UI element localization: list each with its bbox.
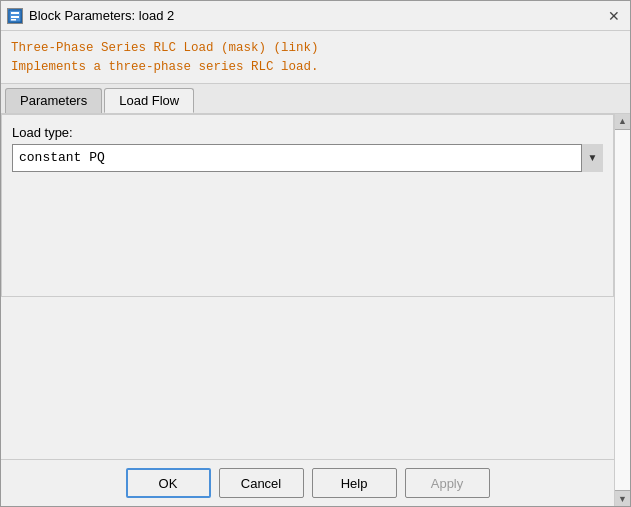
- main-content: Load type: constant PQ constant Z consta…: [1, 114, 614, 507]
- scrollbar-up-button[interactable]: ▲: [615, 114, 630, 130]
- load-type-label: Load type:: [12, 125, 603, 140]
- scrollbar-track: [615, 130, 630, 491]
- svg-rect-1: [11, 12, 19, 14]
- description-line2: Implements a three-phase series RLC load…: [11, 58, 620, 77]
- ok-button[interactable]: OK: [126, 468, 211, 498]
- close-button[interactable]: ✕: [604, 6, 624, 26]
- svg-rect-2: [11, 16, 19, 18]
- dialog-window: Block Parameters: load 2 ✕ Three-Phase S…: [0, 0, 631, 507]
- window-icon: [7, 8, 23, 24]
- main-content-wrapper: Load type: constant PQ constant Z consta…: [1, 114, 630, 507]
- window-title: Block Parameters: load 2: [29, 8, 174, 23]
- scrollbar[interactable]: ▲ ▼: [614, 114, 630, 507]
- content-area: Load type: constant PQ constant Z consta…: [1, 114, 614, 298]
- bottom-bar: OK Cancel Help Apply: [1, 459, 614, 506]
- title-bar: Block Parameters: load 2 ✕: [1, 1, 630, 31]
- cancel-button[interactable]: Cancel: [219, 468, 304, 498]
- scrollbar-down-button[interactable]: ▼: [615, 490, 630, 506]
- tab-parameters[interactable]: Parameters: [5, 88, 102, 113]
- title-bar-left: Block Parameters: load 2: [7, 8, 174, 24]
- svg-rect-3: [11, 19, 16, 21]
- description-area: Three-Phase Series RLC Load (mask) (link…: [1, 31, 630, 83]
- description-line1: Three-Phase Series RLC Load (mask) (link…: [11, 39, 620, 58]
- load-type-select[interactable]: constant PQ constant Z constant I: [12, 144, 603, 172]
- tab-load-flow[interactable]: Load Flow: [104, 88, 194, 113]
- apply-button[interactable]: Apply: [405, 468, 490, 498]
- tabs-bar: Parameters Load Flow: [1, 83, 630, 114]
- load-type-dropdown-container: constant PQ constant Z constant I ▼: [12, 144, 603, 172]
- help-button[interactable]: Help: [312, 468, 397, 498]
- content-spacer: [1, 297, 614, 459]
